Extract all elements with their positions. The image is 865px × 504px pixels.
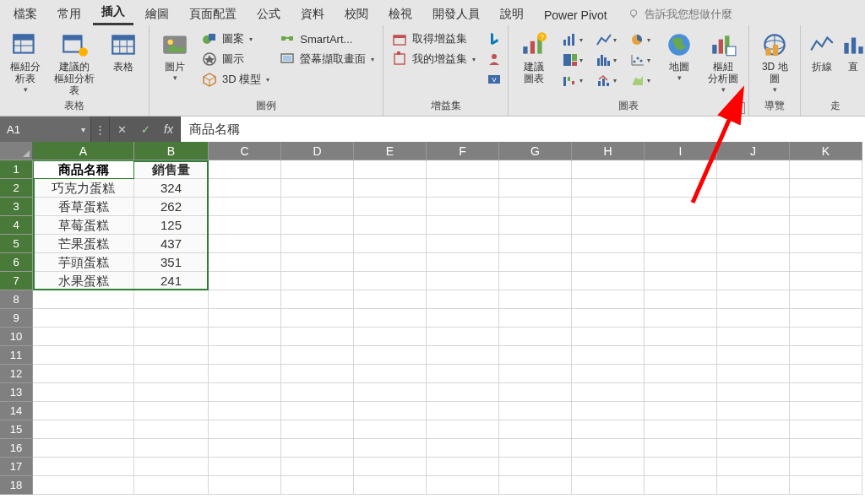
row-header[interactable]: 9 [0, 309, 33, 328]
cell[interactable] [499, 160, 572, 179]
cell[interactable] [134, 346, 209, 365]
row-header[interactable]: 10 [0, 328, 33, 346]
row-header[interactable]: 18 [0, 476, 33, 495]
cell[interactable] [281, 272, 354, 290]
cell[interactable]: 437 [134, 235, 209, 253]
cell[interactable] [499, 439, 572, 458]
cell[interactable] [499, 253, 572, 272]
recommended-pivottables-button[interactable]: 建議的 樞紐分析表 [49, 29, 100, 96]
cell[interactable]: 芋頭蛋糕 [33, 253, 134, 272]
cell[interactable] [645, 198, 717, 216]
cell[interactable] [572, 328, 645, 346]
cell[interactable] [717, 402, 790, 420]
cell[interactable] [354, 309, 427, 328]
cell[interactable] [427, 216, 499, 235]
cell[interactable] [499, 309, 572, 328]
cell[interactable] [209, 253, 281, 272]
cell[interactable] [281, 216, 354, 235]
cell[interactable] [281, 179, 354, 198]
tab-help[interactable]: 說明 [492, 2, 532, 25]
row-header[interactable]: 16 [0, 439, 33, 458]
tab-formulas[interactable]: 公式 [248, 2, 289, 25]
worksheet-grid[interactable]: ABCDEFGHIJK1商品名稱銷售量2巧克力蛋糕3243香草蛋糕2624草莓蛋… [0, 142, 865, 495]
cell[interactable] [281, 290, 354, 309]
cell[interactable] [209, 309, 281, 328]
pivottable-button[interactable]: 樞紐分析表▾ [5, 29, 46, 94]
cell[interactable] [354, 235, 427, 253]
cell[interactable] [790, 179, 862, 198]
cell[interactable] [281, 476, 354, 495]
cell[interactable] [645, 328, 717, 346]
cell[interactable] [427, 290, 499, 309]
cell[interactable] [717, 346, 790, 365]
people-graph-button[interactable] [486, 51, 503, 68]
cell[interactable] [572, 476, 645, 495]
cell[interactable] [134, 420, 209, 439]
cell[interactable] [427, 346, 499, 365]
cell[interactable] [717, 458, 790, 476]
cell[interactable] [572, 420, 645, 439]
cell[interactable] [645, 253, 717, 272]
cell[interactable] [645, 346, 717, 365]
cell[interactable] [717, 198, 790, 216]
cell[interactable] [33, 309, 134, 328]
cell[interactable] [354, 476, 427, 495]
cell[interactable] [790, 160, 862, 179]
cell[interactable] [572, 179, 645, 198]
cell[interactable] [645, 420, 717, 439]
cell[interactable]: 水果蛋糕 [33, 272, 134, 290]
column-header[interactable]: J [717, 142, 790, 160]
cell[interactable] [354, 290, 427, 309]
cell[interactable] [790, 420, 862, 439]
recommended-charts-button[interactable]: ? 建議 圖表 [514, 29, 554, 84]
cell[interactable] [281, 383, 354, 402]
cell[interactable] [209, 383, 281, 402]
cell[interactable] [790, 216, 862, 235]
cell[interactable]: 351 [134, 253, 209, 272]
cell[interactable] [645, 272, 717, 290]
cell[interactable] [790, 346, 862, 365]
cell[interactable] [427, 272, 499, 290]
cell[interactable] [572, 346, 645, 365]
cell[interactable] [572, 439, 645, 458]
cell[interactable] [427, 198, 499, 216]
insert-surface-chart-button[interactable]: ▾ [625, 71, 656, 89]
cell[interactable] [790, 253, 862, 272]
cell[interactable] [281, 420, 354, 439]
cell[interactable] [499, 346, 572, 365]
cell[interactable] [209, 198, 281, 216]
row-header[interactable]: 8 [0, 290, 33, 309]
bing-maps-button[interactable] [486, 30, 503, 47]
cell[interactable] [790, 235, 862, 253]
row-header[interactable]: 15 [0, 420, 33, 439]
cell[interactable] [134, 365, 209, 383]
cell[interactable] [354, 272, 427, 290]
cell[interactable] [790, 383, 862, 402]
column-header[interactable]: C [209, 142, 281, 160]
formula-input[interactable]: 商品名稱 [181, 117, 865, 142]
cell[interactable] [499, 290, 572, 309]
cell[interactable] [281, 198, 354, 216]
cell[interactable] [790, 402, 862, 420]
tab-home[interactable]: 常用 [49, 2, 90, 25]
cell[interactable] [209, 402, 281, 420]
select-all-corner[interactable] [0, 142, 33, 160]
cell[interactable] [209, 439, 281, 458]
cell[interactable] [572, 458, 645, 476]
cell[interactable] [790, 439, 862, 458]
3d-models-button[interactable]: 3D 模型▾ [199, 71, 273, 88]
cell[interactable] [427, 309, 499, 328]
cell[interactable] [209, 160, 281, 179]
insert-pie-chart-button[interactable]: ▾ [625, 30, 656, 49]
cell[interactable] [33, 420, 134, 439]
tab-insert[interactable]: 插入 [93, 0, 133, 25]
cell[interactable] [209, 365, 281, 383]
cell[interactable] [134, 309, 209, 328]
cell[interactable] [717, 309, 790, 328]
cell[interactable] [790, 365, 862, 383]
cell[interactable] [209, 420, 281, 439]
cell[interactable] [209, 458, 281, 476]
enter-formula-button[interactable]: ✓ [133, 117, 157, 142]
tell-me-search[interactable]: 告訴我您想做什麼 [619, 7, 741, 25]
pivotchart-button[interactable]: 樞紐 分析圖▾ [703, 29, 743, 94]
